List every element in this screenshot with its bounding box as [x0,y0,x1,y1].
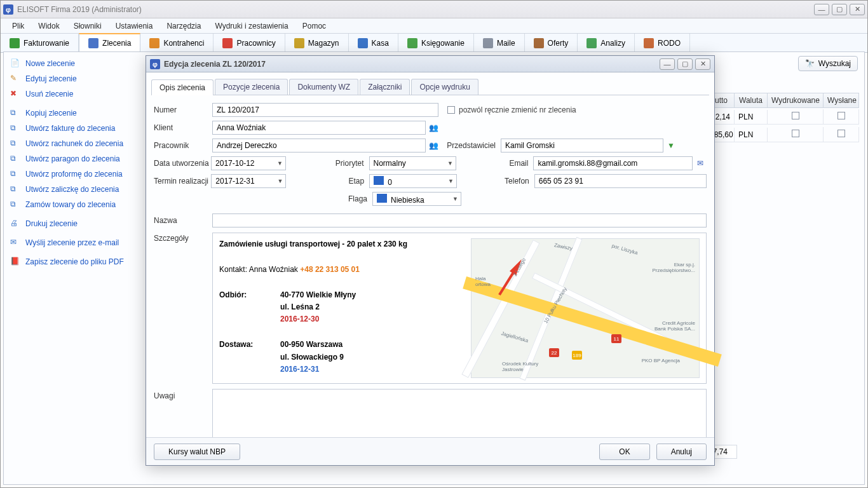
dialog-close-button[interactable]: ✕ [695,58,710,70]
toolbar-księgowanie[interactable]: Księgowanie [398,34,474,52]
toolbar-magazyn[interactable]: Magazyn [285,34,349,52]
sidebar-item-12[interactable]: 📕Zapisz zlecenie do pliku PDF [9,254,140,269]
menu-słowniki[interactable]: Słowniki [67,20,108,32]
menu-wydruki-i-zestawienia[interactable]: Wydruki i zestawienia [208,20,294,32]
sidebar-item-9[interactable]: ⧉Zamów towary do zlecenia [9,197,140,212]
dialog-footer: Kursy walut NBP OK Anuluj [146,437,714,465]
toolbar-label: Analizy [600,39,625,48]
termin-picker[interactable]: 2017-12-31▼ [211,174,286,188]
pick-client-icon[interactable]: 👥 [427,121,440,134]
etap-select[interactable]: 0▼ [369,174,457,188]
dostawa-addr1: 00-950 Warszawa [280,340,342,349]
sidebar-icon: ✖ [10,89,20,99]
app-title: ELISOFT Firma 2019 (Administrator) [17,5,142,14]
dialog-maximize-button[interactable]: ▢ [677,58,693,70]
dialog-tabs: Opis zleceniaPozycje zleceniaDokumenty W… [151,79,709,95]
toolbar-kontrahenci[interactable]: Kontrahenci [140,34,214,52]
sidebar-item-1[interactable]: ✎Edytuj zlecenie [9,71,140,86]
przedst-input[interactable] [501,139,663,152]
menu-widok[interactable]: Widok [32,20,65,32]
sidebar-item-3[interactable]: ⧉Kopiuj zlecenie [9,105,140,121]
checkbox-icon[interactable] [792,130,799,137]
menu-pomoc[interactable]: Pomoc [296,20,332,32]
toolbar-zlecenia[interactable]: Zlecenia [79,33,140,52]
klient-input[interactable] [212,121,426,135]
menu-ustawienia[interactable]: Ustawienia [109,20,159,32]
kursy-walut-button[interactable]: Kursy walut NBP [154,444,240,460]
table-row[interactable]: 22,14 PLN [705,108,859,126]
toolbar-label: Oferty [548,39,569,48]
toolbar-oferty[interactable]: Oferty [525,34,578,52]
toolbar-rodo[interactable]: RODO [635,34,690,52]
tab-pozycje-zlecenia[interactable]: Pozycje zlecenia [215,79,288,95]
tab-dokumenty-wz[interactable]: Dokumenty WZ [289,79,358,95]
toolbar-icon [294,38,304,48]
telefon-input[interactable] [534,174,707,188]
label-pracownik: Pracownik [154,141,212,150]
toolbar-label: Kasa [372,39,389,48]
odbior-date: 2016-12-30 [280,315,319,323]
cell-wyslane [824,127,859,142]
grid-header-waluta[interactable]: Waluta [735,93,768,108]
sidebar-item-11[interactable]: ✉Wyślij zlecenie przez e-mail [9,235,140,250]
tab-załączniki[interactable]: Załączniki [360,79,410,95]
label-termin: Termin realizacji [154,177,211,186]
data-utworzenia-picker[interactable]: 2017-10-12▼ [211,156,286,170]
ok-button[interactable]: OK [599,444,649,460]
toolbar-icon [149,38,159,48]
label-etap: Etap [324,177,369,186]
tab-opis-zlecenia[interactable]: Opis zlecenia [151,79,214,95]
grid-header-wydrukowane[interactable]: Wydrukowane [768,93,824,108]
sidebar-label: Zamów towary do zlecenia [25,200,116,209]
main-minimize-button[interactable]: — [814,4,829,15]
order-form: Numer pozwól ręcznie zmienić nr zlecenia… [146,95,714,458]
checkbox-icon[interactable] [837,130,845,137]
details-box: Zamówienie usługi transportowej - 20 pal… [212,233,707,384]
nazwa-input[interactable] [212,214,707,227]
przedst-arrow-icon[interactable]: ▼ [665,139,677,152]
flaga-select[interactable]: Niebieska▼ [372,192,461,206]
toolbar-pracownicy[interactable]: Pracownicy [214,34,285,52]
priorytet-select[interactable]: Normalny▼ [369,156,456,170]
main-toolbar: FakturowanieZleceniaKontrahenciPracownic… [1,34,867,53]
search-button[interactable]: 🔭 Wyszukaj [798,56,858,71]
numer-input[interactable] [212,103,438,117]
sidebar-item-8[interactable]: ⧉Utwórz zaliczkę do zlecenia [9,182,140,197]
email-icon[interactable]: ✉ [694,157,707,170]
main-close-button[interactable]: ✕ [850,4,865,15]
table-row[interactable]: 885,60 PLN [705,126,859,144]
sidebar-item-10[interactable]: 🖨Drukuj zlecenie [9,216,140,231]
email-input[interactable] [533,156,693,170]
sidebar-item-5[interactable]: ⧉Utwórz rachunek do zlecenia [9,136,140,151]
search-button-label: Wyszukaj [818,59,851,68]
main-maximize-button[interactable]: ▢ [832,4,847,15]
sidebar-item-0[interactable]: 📄Nowe zlecenie [9,56,140,71]
toolbar-icon [88,38,98,48]
pick-employee-icon[interactable]: 👥 [427,139,440,152]
cell-wydrukowane [768,109,824,125]
toolbar-maile[interactable]: Maile [474,34,525,52]
grid-header-wyslane[interactable]: Wysłane [824,93,859,108]
pracownik-input[interactable] [212,139,426,152]
checkbox-icon[interactable] [837,112,845,119]
toolbar-kasa[interactable]: Kasa [349,34,398,52]
toolbar-analizy[interactable]: Analizy [578,34,635,52]
manual-number-checkbox[interactable]: pozwól ręcznie zmienić nr zlecenia [447,105,576,114]
tab-opcje-wydruku[interactable]: Opcje wydruku [411,79,478,95]
anuluj-button[interactable]: Anuluj [656,444,707,460]
sidebar-item-6[interactable]: ⧉Utwórz paragon do zlecenia [9,151,140,166]
sidebar-icon: 🖨 [10,219,20,229]
app-icon: φ [3,4,13,15]
sidebar-item-4[interactable]: ⧉Utwórz fakturę do zlecenia [9,121,140,136]
dialog-minimize-button[interactable]: — [660,58,675,70]
checkbox-icon[interactable] [792,112,799,119]
dostawa-addr2: ul. Słowackiego 9 [280,353,344,362]
menu-narzędzia[interactable]: Narzędzia [160,20,207,32]
sidebar-item-7[interactable]: ⧉Utwórz proformę do zlecenia [9,166,140,182]
menu-plik[interactable]: Plik [6,20,31,32]
sidebar-icon: ✉ [10,238,20,248]
toolbar-fakturowanie[interactable]: Fakturowanie [1,34,79,52]
main-window: φ ELISOFT Firma 2019 (Administrator) — ▢… [0,0,868,488]
sidebar-item-2[interactable]: ✖Usuń zlecenie [9,86,140,102]
toolbar-label: Pracownicy [236,39,275,48]
